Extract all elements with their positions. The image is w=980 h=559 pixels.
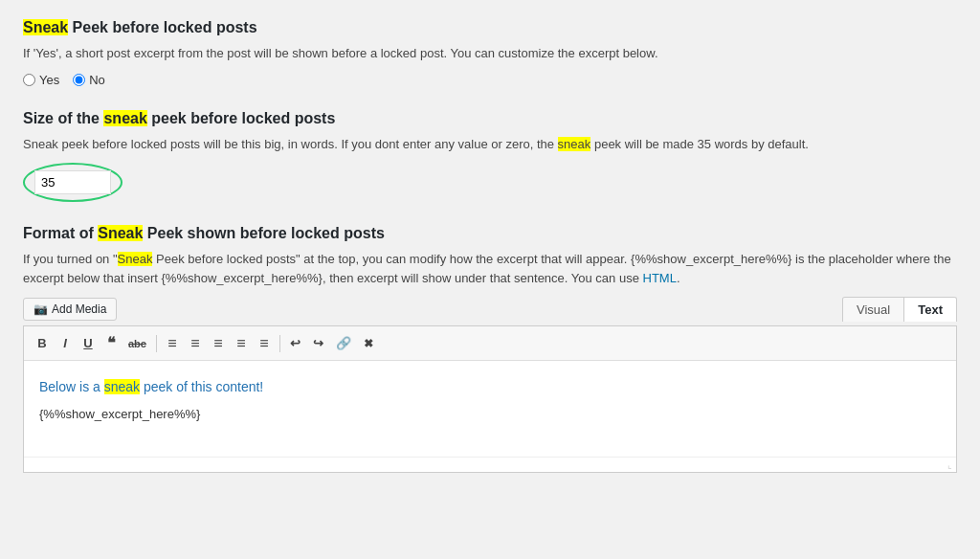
no-label-text: No [89,73,105,87]
section2-title-before: Size of the [23,110,103,126]
section2-title-after: peek before locked posts [147,110,336,126]
section3-title-highlight: Sneak [98,225,143,241]
section3-title-before: Format of [23,225,98,241]
undo-button[interactable]: ↩ [285,334,306,352]
html-link[interactable]: HTML [643,271,677,285]
content-line1-after: peek of this content! [140,379,263,394]
toolbar-separator-1 [156,335,157,352]
toolbar-separator-2 [279,335,280,352]
editor-top-bar: 📷 Add Media Visual Text [23,297,957,322]
bold-button[interactable]: B [32,334,53,352]
align-center-button[interactable]: ≡ [231,333,252,354]
content-line1-highlight: sneak [104,379,140,394]
section2-description: Sneak peek before locked posts will be t… [23,135,957,154]
size-input-circle [23,163,122,202]
tab-visual[interactable]: Visual [843,298,904,322]
yes-label-text: Yes [39,73,59,87]
editor-container: B I U ❝ abc ≡ ≡ ≡ ≡ ≡ ↩ ↪ 🔗 ✖ Below is a… [23,325,957,473]
section3-desc-end: below that insert {%%show_excerpt_here%%… [64,271,680,285]
section3-description: If you turned on "Sneak Peek before lock… [23,250,957,287]
size-input[interactable] [34,170,111,194]
section3-desc-highlight: Sneak [118,252,153,266]
section1-description: If 'Yes', a short post excerpt from the … [23,44,957,63]
italic-button[interactable]: I [55,334,76,352]
section-size: Size of the sneak peek before locked pos… [23,110,957,203]
ordered-list-button[interactable]: ≡ [185,333,206,354]
section-sneak-peek: Sneak Peek before locked posts If 'Yes',… [23,19,957,87]
link-button[interactable]: 🔗 [331,334,356,352]
underline-button[interactable]: U [78,334,99,352]
strikethrough-button[interactable]: abc [123,336,151,351]
section3-title: Format of Sneak Peek shown before locked… [23,225,957,242]
content-placeholder-code: {%%show_excerpt_here%%} [39,405,941,425]
editor-content[interactable]: Below is a sneak peek of this content! {… [24,361,956,457]
add-media-label: Add Media [52,302,106,316]
tab-text[interactable]: Text [904,298,956,322]
add-media-icon: 📷 [33,302,48,316]
unordered-list-button[interactable]: ≡ [162,333,183,354]
section3-desc-before: If you turned on " [23,252,118,266]
no-radio[interactable] [73,74,85,86]
fullscreen-button[interactable]: ✖ [358,335,379,352]
section1-title-rest: Peek before locked posts [68,19,256,35]
section2-desc-after: peek before locked posts will be this bi… [58,137,558,151]
editor-resize-handle[interactable]: ⌞ [24,457,956,472]
section2-desc-highlight: sneak [558,137,591,151]
content-line1-before: Below is a [39,379,104,394]
section2-desc-end: peek will be made 35 words by default. [590,137,809,151]
yes-no-radio-group: Yes No [23,73,957,87]
section-format: Format of Sneak Peek shown before locked… [23,225,957,473]
quote-button[interactable]: ❝ [100,332,122,354]
section2-desc-before: Sneak [23,137,58,151]
editor-tab-bar: Visual Text [842,297,957,322]
align-right-button[interactable]: ≡ [254,333,275,354]
section1-title-highlight: Sneak [23,19,68,35]
section2-title-highlight: sneak [103,110,146,126]
section1-title: Sneak Peek before locked posts [23,19,957,36]
editor-format-bar: B I U ❝ abc ≡ ≡ ≡ ≡ ≡ ↩ ↪ 🔗 ✖ [24,326,956,361]
yes-radio-label[interactable]: Yes [23,73,59,87]
yes-radio[interactable] [23,74,35,86]
section2-title: Size of the sneak peek before locked pos… [23,110,957,127]
add-media-button[interactable]: 📷 Add Media [23,298,117,321]
align-left-button[interactable]: ≡ [208,333,229,354]
section3-title-after: Peek shown before locked posts [143,225,385,241]
no-radio-label[interactable]: No [73,73,105,87]
content-line1: Below is a sneak peek of this content! [39,376,941,397]
redo-button[interactable]: ↪ [308,334,329,352]
resize-icon: ⌞ [947,459,952,470]
